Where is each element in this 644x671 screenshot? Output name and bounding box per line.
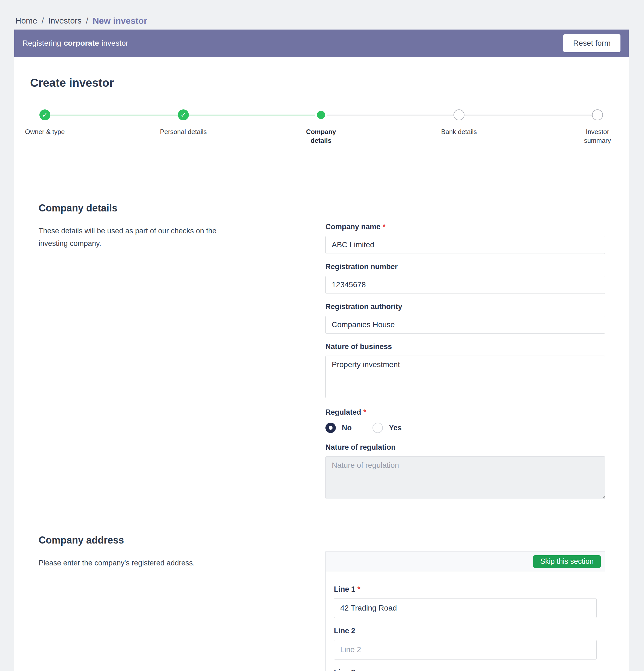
skip-section-button[interactable]: Skip this section	[533, 555, 601, 568]
nature-of-regulation-field-group: Nature of regulation	[325, 442, 605, 500]
step-company-details[interactable]: Company details	[296, 110, 346, 145]
step-bank-details[interactable]: Bank details	[434, 110, 484, 136]
step-current-dot-icon	[315, 110, 326, 121]
step-label: Personal details	[160, 127, 207, 136]
regulated-radio-group: No Yes	[325, 421, 605, 434]
registration-authority-label: Registration authority	[325, 302, 605, 312]
step-label: Bank details	[441, 127, 477, 136]
nature-of-regulation-textarea	[325, 456, 605, 499]
company-details-fields: Company name* Registration number Regist…	[325, 221, 605, 508]
registration-number-field-group: Registration number	[325, 262, 605, 294]
banner-text-suffix: investor	[101, 39, 128, 48]
registration-number-input[interactable]	[325, 276, 605, 294]
address-line1-label: Line 1*	[334, 584, 597, 594]
reset-form-button[interactable]: Reset form	[563, 34, 620, 52]
company-address-section: Company address Please enter the company…	[30, 534, 605, 671]
page: Home / Investors / New investor Register…	[0, 0, 644, 671]
step-complete-check-icon: ✓	[39, 110, 50, 121]
company-details-heading: Company details	[39, 202, 247, 214]
company-name-field-group: Company name*	[325, 221, 605, 254]
stepper: ✓ Owner & type ✓ Personal details Compan…	[30, 110, 605, 167]
company-address-card-body: Line 1* Line 2 Line 3	[326, 571, 605, 671]
banner-text-prefix: Registering	[23, 39, 61, 48]
banner-text-investor-type: corporate	[64, 39, 99, 48]
content-panel: Create investor ✓ Owner & type ✓ Persona…	[14, 57, 629, 671]
page-title: Create investor	[30, 57, 605, 90]
address-line1-field-group: Line 1*	[334, 584, 597, 618]
registration-authority-input[interactable]	[325, 316, 605, 334]
address-line3-field-group: Line 3	[334, 667, 597, 671]
step-label: Owner & type	[25, 127, 65, 136]
nature-of-business-label: Nature of business	[325, 341, 605, 352]
company-name-input[interactable]	[325, 236, 605, 254]
required-asterisk: *	[363, 408, 367, 416]
step-label: Investor summary	[572, 127, 623, 145]
step-label: Company details	[296, 127, 346, 145]
company-details-intro: Company details These details will be us…	[39, 202, 247, 508]
address-line2-input[interactable]	[334, 640, 597, 659]
required-asterisk: *	[357, 585, 360, 593]
regulated-no-label: No	[342, 424, 352, 432]
company-address-heading: Company address	[39, 534, 247, 546]
regulated-yes-option[interactable]: Yes	[372, 422, 402, 433]
company-details-section: Company details These details will be us…	[30, 202, 605, 508]
breadcrumb: Home / Investors / New investor	[0, 0, 644, 29]
step-complete-check-icon: ✓	[178, 110, 189, 121]
company-address-card-col: Skip this section Line 1* Line 2	[325, 552, 605, 671]
address-line3-label: Line 3	[334, 667, 597, 671]
regulated-yes-label: Yes	[389, 424, 402, 432]
registration-authority-field-group: Registration authority	[325, 302, 605, 334]
nature-of-business-textarea[interactable]: Property investment	[325, 356, 605, 398]
radio-selected-icon[interactable]	[325, 422, 336, 433]
address-line1-input[interactable]	[334, 598, 597, 618]
company-address-description: Please enter the company's registered ad…	[39, 557, 247, 570]
step-personal-details[interactable]: ✓ Personal details	[158, 110, 209, 136]
nature-of-regulation-label: Nature of regulation	[325, 442, 605, 453]
step-upcoming-circle-icon	[592, 110, 603, 121]
company-address-card-header: Skip this section	[326, 552, 605, 571]
registering-banner-text: Registering corporate investor	[23, 39, 128, 48]
registration-number-label: Registration number	[325, 262, 605, 272]
step-upcoming-circle-icon	[454, 110, 465, 121]
required-asterisk: *	[383, 223, 386, 231]
regulated-field-group: Regulated* No Yes	[325, 407, 605, 434]
registering-banner: Registering corporate investor Reset for…	[14, 29, 629, 57]
regulated-label: Regulated*	[325, 407, 605, 417]
company-address-intro: Company address Please enter the company…	[39, 534, 247, 671]
nature-of-business-field-group: Nature of business Property investment	[325, 341, 605, 400]
company-details-description: These details will be used as part of ou…	[39, 225, 247, 250]
breadcrumb-current: New investor	[92, 16, 147, 26]
step-owner-and-type[interactable]: ✓ Owner & type	[20, 110, 70, 136]
regulated-no-option[interactable]: No	[325, 422, 352, 433]
breadcrumb-separator: /	[41, 16, 44, 25]
company-name-label: Company name*	[325, 221, 605, 232]
breadcrumb-investors[interactable]: Investors	[48, 16, 82, 25]
address-line2-field-group: Line 2	[334, 625, 597, 659]
address-line2-label: Line 2	[334, 625, 597, 636]
breadcrumb-separator: /	[86, 16, 88, 25]
step-investor-summary[interactable]: Investor summary	[572, 110, 623, 145]
company-address-card: Skip this section Line 1* Line 2	[325, 552, 605, 671]
breadcrumb-home[interactable]: Home	[15, 16, 37, 25]
radio-unselected-icon[interactable]	[372, 422, 383, 433]
